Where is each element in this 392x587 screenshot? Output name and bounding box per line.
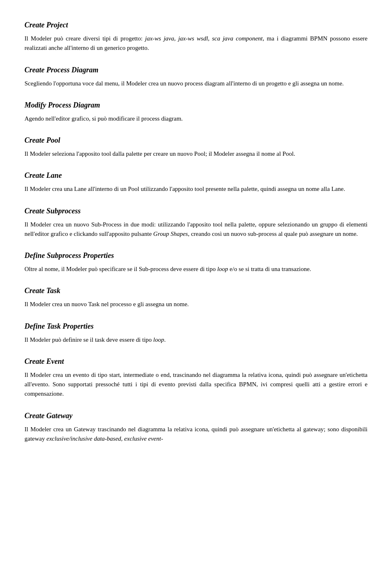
- section-body-define-task-properties: Il Modeler può definire se il task deve …: [24, 335, 368, 345]
- section-create-task: Create Task Il Modeler crea un nuovo Tas…: [24, 285, 368, 309]
- section-body-create-project: Il Modeler può creare diversi tipi di pr…: [24, 34, 368, 53]
- section-title-create-event: Create Event: [24, 356, 368, 367]
- section-create-process-diagram: Create Process Diagram Scegliendo l'oppo…: [24, 65, 368, 88]
- section-body-create-event: Il Modeler crea un evento di tipo start,…: [24, 370, 368, 399]
- section-title-create-project: Create Project: [24, 20, 368, 31]
- italic-text: loop: [153, 336, 164, 343]
- section-body-create-process-diagram: Scegliendo l'opportuna voce dal menu, il…: [24, 79, 368, 88]
- section-modify-process-diagram: Modify Process Diagram Agendo nell'edito…: [24, 100, 368, 123]
- italic-text: Group Shapes: [153, 231, 188, 237]
- section-title-create-lane: Create Lane: [24, 170, 368, 181]
- italic-text: exclusive/inclusive data-based, exclusiv…: [47, 435, 163, 442]
- section-title-create-task: Create Task: [24, 285, 368, 296]
- section-create-lane: Create Lane Il Modeler crea una Lane all…: [24, 170, 368, 194]
- section-create-event: Create Event Il Modeler crea un evento d…: [24, 356, 368, 399]
- section-title-modify-process-diagram: Modify Process Diagram: [24, 100, 368, 111]
- document-body: Create Project Il Modeler può creare div…: [24, 20, 368, 444]
- section-body-create-lane: Il Modeler crea una Lane all'interno di …: [24, 184, 368, 194]
- section-create-subprocess: Create Subprocess Il Modeler crea un nuo…: [24, 206, 368, 239]
- section-body-define-subprocess-properties: Oltre al nome, il Modeler può specificar…: [24, 264, 368, 274]
- section-title-create-gateway: Create Gateway: [24, 410, 368, 421]
- section-body-create-task: Il Modeler crea un nuovo Task nel proces…: [24, 300, 368, 309]
- section-create-project: Create Project Il Modeler può creare div…: [24, 20, 368, 53]
- italic-text: jax-ws wsdl: [178, 35, 208, 42]
- italic-text: jax-ws java: [145, 35, 174, 42]
- section-create-pool: Create Pool Il Modeler seleziona l'appos…: [24, 135, 368, 159]
- section-body-modify-process-diagram: Agendo nell'editor grafico, si può modif…: [24, 114, 368, 123]
- section-body-create-pool: Il Modeler seleziona l'apposito tool dal…: [24, 149, 368, 159]
- section-title-create-subprocess: Create Subprocess: [24, 206, 368, 217]
- section-title-create-pool: Create Pool: [24, 135, 368, 146]
- section-create-gateway: Create Gateway Il Modeler crea un Gatewa…: [24, 410, 368, 444]
- italic-text: loop: [217, 266, 228, 272]
- section-title-define-subprocess-properties: Define Subprocess Properties: [24, 250, 368, 261]
- section-title-create-process-diagram: Create Process Diagram: [24, 65, 368, 76]
- section-body-create-gateway: Il Modeler crea un Gateway trascinando n…: [24, 425, 368, 444]
- italic-text: sca java component: [212, 35, 263, 42]
- section-define-task-properties: Define Task Properties Il Modeler può de…: [24, 321, 368, 345]
- section-body-create-subprocess: Il Modeler crea un nuovo Sub-Process in …: [24, 220, 368, 239]
- section-title-define-task-properties: Define Task Properties: [24, 321, 368, 332]
- section-define-subprocess-properties: Define Subprocess Properties Oltre al no…: [24, 250, 368, 274]
